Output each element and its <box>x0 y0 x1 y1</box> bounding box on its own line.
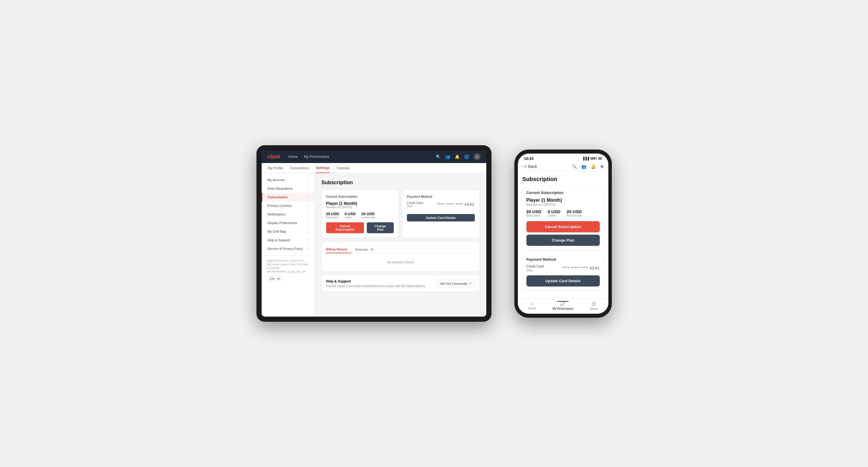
phone-plan-name: Player (1 Month) <box>526 198 600 203</box>
version-text: Clippd Client Version: 2023.07.6-8 GQL S… <box>267 259 309 274</box>
sidebar-item-display-preferences[interactable]: Display Preferences › <box>261 219 314 227</box>
card-brand: Visa <box>407 205 423 208</box>
language-selector[interactable]: EN <box>267 276 281 282</box>
update-card-button[interactable]: Update Card Details <box>407 214 475 221</box>
cancel-subscription-button[interactable]: Cancel Subscription <box>326 222 364 233</box>
phone-amounts: 20 USD Base price 0 USD Credit 20 USD Am… <box>526 209 600 217</box>
visit-community-button[interactable]: Visit Our Community ↗ <box>436 280 474 287</box>
sidebar-item-service-privacy[interactable]: Service & Privacy Policy ↗ <box>261 244 314 253</box>
phone-cancel-subscription-button[interactable]: Cancel Subscription <box>526 221 600 232</box>
nav-my-performance[interactable]: My Performance <box>304 155 329 159</box>
phone-payment-type: Credit Card Visa <box>526 264 544 272</box>
card-number: **** **** **** 4242 <box>437 203 475 207</box>
battery-indicator: 85 <box>598 157 602 160</box>
external-link-icon: ↗ <box>307 239 309 242</box>
referrals-badge: 0 <box>370 248 375 251</box>
payment-type-info: Credit Card Visa <box>407 201 423 208</box>
sidebar-item-notifications[interactable]: Notifications › <box>261 210 314 219</box>
tab-tutorials[interactable]: Tutorials <box>336 163 350 173</box>
phone-nav-menu[interactable]: ☰ Menu <box>585 301 602 310</box>
sidebar-item-privacy-controls[interactable]: Privacy Controls › <box>261 201 314 210</box>
subscription-amounts: 20 USD Base price 0 USD Credit 20 USD Am… <box>326 212 394 219</box>
search-icon[interactable]: 🔍 <box>436 154 441 159</box>
phone-content: Subscription Current Subscription Player… <box>518 171 608 299</box>
help-text: Help & Support Visit the Clippd Communit… <box>326 279 426 288</box>
phone-update-card-button[interactable]: Update Card Details <box>526 275 600 286</box>
tablet-top-nav: clippd Home My Performance 🔍 👥 🔔 🌐 A <box>261 150 486 163</box>
payment-title: Payment Method <box>407 195 475 198</box>
user-avatar[interactable]: A <box>474 153 480 160</box>
subscription-grid: Current Subscription Player (1 Month) Re… <box>321 190 479 238</box>
change-plan-button[interactable]: Change Plan <box>367 222 394 233</box>
tab-connections[interactable]: Connections <box>289 163 310 173</box>
sidebar-item-data-integrations[interactable]: Data Integrations › <box>261 184 314 193</box>
phone-nav-home[interactable]: ⌂ Home <box>524 301 541 310</box>
chevron-right-icon: › <box>308 204 309 208</box>
phone-credit: 0 USD Credit <box>548 209 560 217</box>
bell-icon[interactable]: 🔔 <box>591 164 596 169</box>
phone-card-number: **** **** **** 4242 <box>562 266 600 270</box>
phone-current-sub-title: Current Subscription <box>526 190 600 195</box>
renews-date: Renews on 25/07/23 <box>326 206 394 209</box>
external-link-icon: ↗ <box>307 247 309 250</box>
bell-icon[interactable]: 🔔 <box>455 154 460 159</box>
tablet-sub-nav: My Profile Connections Settings Tutorial… <box>261 163 486 173</box>
phone-base-price: 20 USD Base price <box>526 209 541 217</box>
phone-device: 10:43 ▐▐▐ WiFi 85 ‹ < Back 🔍 👥 🔔 ⊕ <box>515 150 612 318</box>
phone-payment-title: Payment Method <box>526 257 600 261</box>
payment-info: Credit Card Visa **** **** **** 4242 <box>407 201 475 208</box>
referrals-tab[interactable]: Referrals 0 <box>355 246 378 253</box>
no-invoices-message: No Invoices Found <box>326 257 475 267</box>
search-icon[interactable]: 🔍 <box>572 164 577 169</box>
phone-payment-card: Payment Method Credit Card Visa **** ***… <box>522 253 604 290</box>
tab-settings[interactable]: Settings <box>315 163 330 173</box>
help-section: Help & Support Visit the Clippd Communit… <box>321 275 479 292</box>
phone-page-title: Subscription <box>522 176 604 183</box>
back-button[interactable]: ‹ < Back <box>522 164 537 169</box>
billing-history-tab[interactable]: Billing History <box>326 246 351 253</box>
phone-status-bar: 10:43 ▐▐▐ WiFi 85 <box>518 154 608 162</box>
chevron-right-icon: › <box>308 221 309 225</box>
chevron-right-icon: › <box>308 213 309 216</box>
tablet-screen: clippd Home My Performance 🔍 👥 🔔 🌐 A My … <box>261 150 486 317</box>
users-icon[interactable]: 👥 <box>445 154 450 159</box>
credit-amount: 0 USD Credit <box>345 212 355 219</box>
sidebar-item-my-account[interactable]: My Account › <box>261 176 314 184</box>
phone-payment-row: Credit Card Visa **** **** **** 4242 <box>526 264 600 272</box>
phone-renews: Renews on 25/07/23 <box>526 203 600 206</box>
tablet-nav-right: 🔍 👥 🔔 🌐 A <box>436 153 480 160</box>
current-subscription-card: Current Subscription Player (1 Month) Re… <box>321 190 399 238</box>
tablet-device: clippd Home My Performance 🔍 👥 🔔 🌐 A My … <box>256 145 492 322</box>
plan-name: Player (1 Month) <box>326 201 394 206</box>
page-title: Subscription <box>321 180 479 186</box>
base-price: 20 USD Base price <box>326 212 339 219</box>
signal-icon: ▐▐▐ <box>582 157 589 160</box>
sidebar-item-subscription[interactable]: Subscription › <box>261 193 314 201</box>
home-icon: ⌂ <box>531 301 534 306</box>
add-icon[interactable]: ⊕ <box>600 164 604 169</box>
app-logo: clippd <box>267 154 280 159</box>
help-description: Visit the Clippd Community to troublesho… <box>326 284 426 288</box>
users-icon[interactable]: 👥 <box>582 164 586 169</box>
credit-card-label: Credit Card <box>407 201 423 205</box>
billing-tabs: Billing History Referrals 0 <box>326 246 475 254</box>
phone-time: 10:43 <box>524 156 534 161</box>
wifi-icon: WiFi <box>590 157 597 160</box>
subscription-actions: Cancel Subscription Change Plan <box>326 222 394 233</box>
sidebar-item-my-golf-bag[interactable]: My Golf Bag › <box>261 227 314 236</box>
billing-section: Billing History Referrals 0 No Invoices … <box>321 242 479 271</box>
nav-home[interactable]: Home <box>288 155 298 159</box>
chevron-right-icon: › <box>308 196 309 199</box>
chart-icon: 📈 <box>560 301 566 307</box>
amount-due: 20 USD Amount due <box>361 212 375 219</box>
chevron-right-icon: › <box>308 230 309 233</box>
globe-icon[interactable]: 🌐 <box>464 154 469 159</box>
main-content: Subscription Current Subscription Player… <box>315 173 486 317</box>
phone-nav-my-performance[interactable]: 📈 My Performance <box>553 301 574 310</box>
sidebar-item-help-support[interactable]: Help & Support ↗ <box>261 236 314 244</box>
phone-nav-icons: 🔍 👥 🔔 ⊕ <box>572 164 604 169</box>
phone-bottom-nav: ⌂ Home 📈 My Performance ☰ Menu <box>518 299 608 314</box>
tab-my-profile[interactable]: My Profile <box>267 163 284 173</box>
phone-status-icons: ▐▐▐ WiFi 85 <box>582 157 602 160</box>
phone-change-plan-button[interactable]: Change Plan <box>526 235 600 246</box>
